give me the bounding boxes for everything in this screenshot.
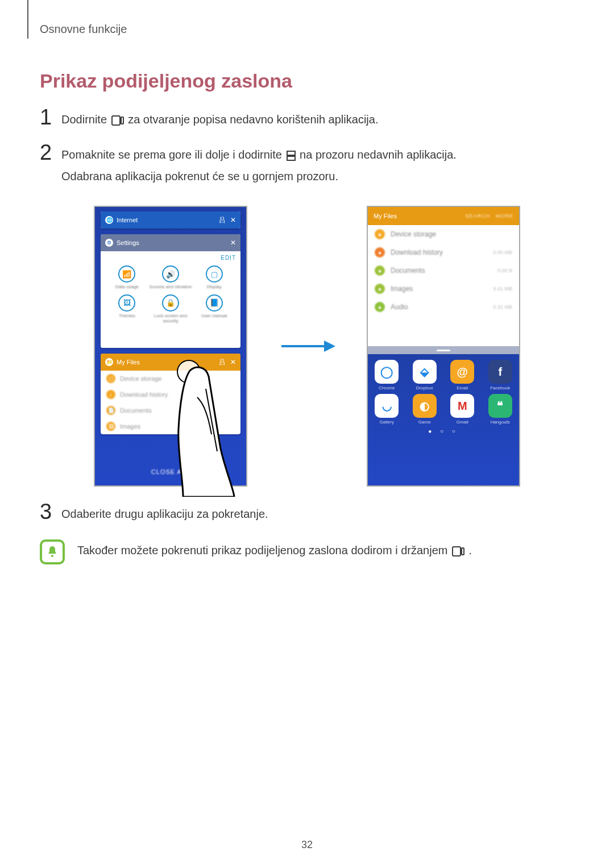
page-number: 32 xyxy=(0,839,614,851)
recent-card-files: 📁 My Files 吕 ✕ xyxy=(101,354,240,371)
recent-card-files-title: My Files xyxy=(117,359,140,366)
step-number-1: 1 xyxy=(40,106,61,128)
app-icon[interactable]: @Email xyxy=(449,360,476,391)
split-action-icon[interactable]: 吕 xyxy=(219,358,226,367)
recent-card-settings: ⚙ Settings ✕ xyxy=(101,234,240,251)
svg-rect-0 xyxy=(112,116,120,125)
settings-icon-cell[interactable]: ▢Display xyxy=(192,265,236,290)
svg-rect-2 xyxy=(287,151,295,155)
tip-text-b: . xyxy=(469,544,472,556)
recent-card-internet-title: Internet xyxy=(117,217,138,223)
step-number-2: 2 xyxy=(40,142,61,163)
file-row[interactable]: ↓Download history xyxy=(101,387,240,402)
step1-text-b: za otvaranje popisa nedavno korištenih a… xyxy=(128,113,378,126)
settings-icon-cell[interactable]: 🖼Themes xyxy=(105,294,149,324)
step2-text-a: Pomaknite se prema gore ili dolje i dodi… xyxy=(61,148,285,161)
page-heading: Prikaz podijeljenog zaslona xyxy=(40,70,574,92)
svg-rect-9 xyxy=(462,548,464,555)
step-number-3: 3 xyxy=(40,501,61,522)
split-screen-icon xyxy=(287,147,296,167)
phone-split-view: My Files SEARCH MORE ●Device storage●Dow… xyxy=(367,206,520,487)
svg-marker-6 xyxy=(324,340,335,352)
pager-dots: ● ○ ○ xyxy=(368,428,519,434)
file-row[interactable]: ●Documents0.00 B xyxy=(368,261,519,280)
recent-apps-icon xyxy=(111,112,124,131)
split-divider-handle[interactable] xyxy=(368,346,519,354)
close-all-button[interactable]: CLOSE ALL xyxy=(95,468,246,475)
step3-text: Odaberite drugu aplikaciju za pokretanje… xyxy=(61,508,268,520)
file-row[interactable]: ●Images5.41 MB xyxy=(368,280,519,298)
close-card-icon[interactable]: ✕ xyxy=(230,358,236,366)
tip-bell-icon xyxy=(40,539,65,564)
settings-edit[interactable]: EDIT xyxy=(105,255,236,261)
step1-text-a: Dodirnite xyxy=(61,113,110,126)
step-body-1: Dodirnite za otvaranje popisa nedavno ko… xyxy=(61,106,574,131)
tip-block: Također možete pokrenuti prikaz podijelj… xyxy=(40,539,574,564)
settings-icon-cell[interactable]: 🔊Sounds and vibration xyxy=(149,265,193,290)
files-more-action[interactable]: MORE xyxy=(496,213,513,219)
app-icon[interactable]: ◯Chrome xyxy=(373,360,400,391)
recent-card-settings-title: Settings xyxy=(117,239,139,246)
files-search-action[interactable]: SEARCH xyxy=(465,213,490,219)
app-icon[interactable]: ◐Game xyxy=(411,394,438,425)
app-icon[interactable]: ◡Gallery xyxy=(373,394,400,425)
settings-icon-cell[interactable]: 📘User manual xyxy=(192,294,236,324)
svg-point-7 xyxy=(51,555,53,557)
settings-icon-cell[interactable]: 🔒Lock screen and security xyxy=(149,294,193,324)
settings-icon-cell[interactable]: 📶Data usage xyxy=(105,265,149,290)
files-title: My Files xyxy=(374,213,397,219)
figure-row: 🌐 Internet 吕 ✕ ⚙ Settings ✕ EDIT 📶Data xyxy=(40,206,574,487)
app-icon[interactable]: MGmail xyxy=(449,394,476,425)
recent-card-internet: 🌐 Internet 吕 ✕ xyxy=(101,211,240,229)
split-action-icon[interactable]: 吕 xyxy=(219,215,226,225)
app-icon[interactable]: ❝Hangouts xyxy=(487,394,514,425)
phone-recent-apps: 🌐 Internet 吕 ✕ ⚙ Settings ✕ EDIT 📶Data xyxy=(94,206,247,487)
step2-text-b: na prozoru nedavnih aplikacija. xyxy=(300,148,457,161)
app-icon[interactable]: ⬙Dropbox xyxy=(411,360,438,391)
file-row[interactable]: ●Device storage xyxy=(368,225,519,243)
step-body-2: Pomaknite se prema gore ili dolje i dodi… xyxy=(61,142,574,186)
svg-rect-8 xyxy=(453,547,460,556)
section-label: Osnovne funkcije xyxy=(40,0,574,36)
arrow-right-icon xyxy=(279,335,335,358)
step-body-3: Odaberite drugu aplikaciju za pokretanje… xyxy=(61,501,574,524)
step-list: 1 Dodirnite za otvaranje popisa nedavno … xyxy=(40,106,574,186)
file-row[interactable]: ●Audio0.31 MB xyxy=(368,298,519,316)
close-card-icon[interactable]: ✕ xyxy=(230,239,236,247)
file-row[interactable]: 🖼Images xyxy=(101,418,240,434)
file-row[interactable]: ●Download history0.00 MB xyxy=(368,243,519,261)
app-icon[interactable]: fFacebook xyxy=(487,360,514,391)
step2-line2: Odabrana aplikacija pokrenut će se u gor… xyxy=(61,167,574,186)
file-row[interactable]: 📄Documents xyxy=(101,402,240,418)
file-row[interactable]: ▢Device storage xyxy=(101,371,240,387)
files-header: My Files SEARCH MORE xyxy=(368,207,519,225)
tip-text-a: Također možete pokrenuti prikaz podijelj… xyxy=(77,544,451,556)
svg-rect-3 xyxy=(287,156,295,160)
svg-rect-1 xyxy=(121,117,123,124)
recent-apps-icon xyxy=(452,546,464,559)
close-card-icon[interactable]: ✕ xyxy=(230,216,236,224)
